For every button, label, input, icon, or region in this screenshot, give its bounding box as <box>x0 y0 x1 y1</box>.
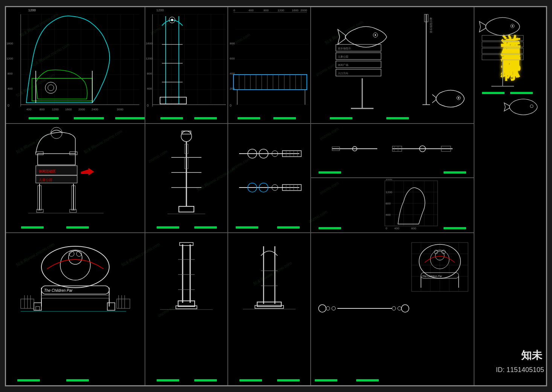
gate-post-tall-svg <box>145 241 228 316</box>
green-bar-20 <box>17 379 40 381</box>
green-bar-18 <box>319 227 341 229</box>
svg-rect-125 <box>36 152 43 155</box>
outer-frame: 知未网www.znzmo.com 知未网www.znzmo.com 知未网www… <box>5 6 547 386</box>
znzmo-logo: 知未 <box>521 348 542 363</box>
cell-top-right: 知未网www.znzmo.com znzmo.com <box>311 7 474 123</box>
green-bar-1 <box>29 117 59 119</box>
svg-text:0: 0 <box>230 104 232 107</box>
svg-text:2000: 2000 <box>78 108 85 111</box>
svg-text:1200: 1200 <box>28 8 36 12</box>
svg-rect-198 <box>107 303 115 310</box>
green-bar-25 <box>277 379 300 381</box>
svg-point-61 <box>171 19 173 21</box>
svg-text:休闲活动区: 休闲活动区 <box>38 169 56 173</box>
green-bar-14 <box>236 226 258 229</box>
svg-text:3000: 3000 <box>117 108 124 111</box>
row-top: 知未网www.znzmo.com 知未网www.znzmo.com 知未网www… <box>6 7 474 124</box>
green-bar-27 <box>356 379 379 381</box>
row-bottom: 知未网www.znzmo.com The Children Par <box>6 233 474 385</box>
svg-rect-133 <box>182 131 191 134</box>
fish-icon-small <box>432 82 470 112</box>
svg-point-225 <box>326 307 330 310</box>
svg-text:600: 600 <box>230 57 235 60</box>
green-bar-19 <box>444 227 466 229</box>
svg-text:1200: 1200 <box>278 9 284 12</box>
svg-point-129 <box>51 127 62 139</box>
id-text: ID: 1151405105 <box>496 366 544 374</box>
cell-top-mid2: znzmo.com 0 200 400 600 800 <box>228 7 311 123</box>
cell-bottom-mid1 <box>145 233 228 385</box>
slide-drawing-svg: 0 400 800 1200 1600 2000 2400 3000 400 8… <box>6 7 145 123</box>
svg-point-250 <box>512 25 513 27</box>
green-bar-15 <box>277 226 300 229</box>
svg-text:The Children Par: The Children Par <box>422 275 442 278</box>
cell-top-left: 知未网www.znzmo.com 知未网www.znzmo.com 知未网www… <box>6 7 145 123</box>
cell-mid-left: 知未网www.znzmo.com 休闲活动区 儿童公园 <box>6 124 145 232</box>
svg-rect-62 <box>160 97 186 104</box>
green-bar-9 <box>386 117 409 119</box>
svg-text:入口方向: 入口方向 <box>338 72 348 75</box>
svg-text:1200: 1200 <box>156 8 164 12</box>
svg-rect-257 <box>482 92 505 94</box>
row-mid: 知未网www.znzmo.com 休闲活动区 儿童公园 <box>6 124 474 233</box>
green-bar-6 <box>238 117 260 119</box>
svg-text:游乐场指示牌: 游乐场指示牌 <box>430 17 432 33</box>
svg-text:1600: 1600 <box>146 42 152 45</box>
gate-post-narrow-svg <box>228 241 311 316</box>
svg-rect-252 <box>482 42 523 47</box>
green-bar-2 <box>74 117 104 119</box>
swing-bar-svg <box>228 124 311 232</box>
svg-text:800: 800 <box>386 202 391 205</box>
green-bar-11 <box>66 226 89 229</box>
green-bar-12 <box>157 226 179 229</box>
green-bar-4 <box>160 117 183 119</box>
svg-text:1200: 1200 <box>6 57 13 60</box>
svg-point-230 <box>401 305 409 312</box>
svg-point-187 <box>60 250 90 280</box>
svg-text:1600: 1600 <box>386 179 392 181</box>
svg-rect-253 <box>482 48 523 53</box>
svg-rect-219 <box>257 302 281 307</box>
cell-mid-right: znzmo.com <box>311 124 474 232</box>
svg-text:400: 400 <box>394 227 400 230</box>
svg-text:1200: 1200 <box>386 191 392 194</box>
svg-text:1600: 1600 <box>6 42 13 45</box>
entrance-gate-svg: 休闲活动区 儿童公园 <box>6 124 145 232</box>
children-park-gate-svg: The Children Par <box>6 244 145 320</box>
animal-figure-svg: 0 400 800 1600 1200 800 400 <box>325 179 460 232</box>
bridge-svg: 0 200 400 600 800 <box>228 7 311 123</box>
svg-point-186 <box>41 246 109 288</box>
svg-rect-117 <box>38 154 75 165</box>
svg-text:游乐场指示: 游乐场指示 <box>338 47 351 50</box>
slide-side-svg: 0 400 800 1200 1600 1200 <box>145 7 228 123</box>
tall-post-svg <box>145 124 228 232</box>
green-bar-21 <box>66 379 89 381</box>
small-gate-icon-container: The Children Par <box>410 241 470 302</box>
svg-text:0: 0 <box>8 104 9 107</box>
svg-text:800: 800 <box>230 42 235 45</box>
svg-point-188 <box>69 251 82 264</box>
cell-mid-right-lower: znzmo.com <box>311 178 474 232</box>
svg-rect-210 <box>180 243 193 246</box>
svg-text:儿童公园: 儿童公园 <box>338 55 348 58</box>
sidebar: 游乐场项目指示牌路标 知未 ID: 1151405105 <box>474 7 546 385</box>
svg-point-116 <box>458 97 459 99</box>
svg-rect-139 <box>179 206 194 212</box>
main-content: 知未网www.znzmo.com 知未网www.znzmo.com 知未网www… <box>6 7 474 385</box>
small-gate-icon-svg: The Children Par <box>410 241 470 301</box>
green-bar-13 <box>194 226 217 229</box>
green-bar-24 <box>239 379 262 381</box>
svg-text:1600: 1600 <box>292 9 299 12</box>
svg-point-226 <box>332 307 335 310</box>
svg-text:1200: 1200 <box>146 57 152 60</box>
svg-rect-197 <box>36 307 40 310</box>
small-barrier-container <box>315 297 413 321</box>
cell-mid-mid: znzmo.com <box>145 124 228 232</box>
cell-bottom-right-area: The Children Par <box>311 233 474 385</box>
svg-text:The Children Par: The Children Par <box>44 288 73 293</box>
svg-rect-258 <box>510 92 533 94</box>
green-bar-5 <box>194 117 217 119</box>
svg-text:1200: 1200 <box>52 108 59 111</box>
green-bar-26 <box>315 379 337 381</box>
svg-point-224 <box>319 305 326 312</box>
